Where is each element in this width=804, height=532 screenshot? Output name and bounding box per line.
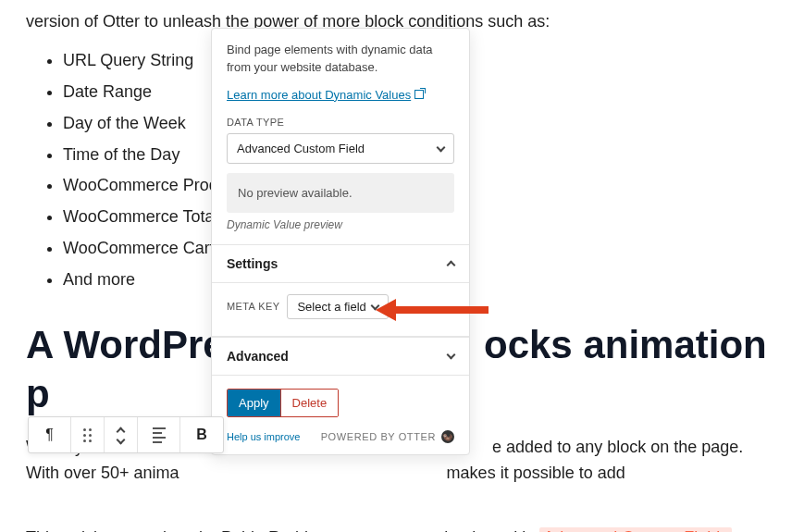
link-label: Learn more about Dynamic Values	[227, 88, 411, 102]
settings-section-toggle[interactable]: Settings	[212, 245, 469, 283]
external-link-icon	[414, 90, 424, 99]
section-title: Advanced	[227, 349, 289, 364]
section-title: Settings	[227, 256, 278, 271]
chevron-up-icon	[447, 260, 456, 269]
preview-caption: Dynamic Value preview	[227, 218, 454, 231]
move-updown-icon	[118, 426, 124, 445]
text-fragment: This article was written by Pablo Rodrig…	[26, 528, 539, 532]
advanced-section-toggle[interactable]: Advanced	[212, 337, 469, 376]
powered-text: POWERED BY OTTER	[321, 431, 436, 442]
learn-more-link[interactable]: Learn more about Dynamic Values	[227, 88, 424, 102]
data-type-label: DATA TYPE	[227, 117, 454, 128]
data-type-select[interactable]: Advanced Custom Field	[227, 133, 454, 164]
block-type-button[interactable]: ¶	[29, 417, 71, 452]
select-value: Select a field	[297, 300, 365, 314]
powered-by-label: POWERED BY OTTER 🦦	[321, 430, 454, 443]
bold-icon: B	[196, 427, 207, 443]
preview-box: No preview available.	[227, 173, 454, 213]
align-button[interactable]	[138, 417, 180, 452]
help-us-improve-link[interactable]: Help us improve	[227, 431, 300, 442]
drag-handle[interactable]	[71, 417, 105, 452]
bold-button[interactable]: B	[180, 417, 223, 452]
action-button-group: Apply Delete	[227, 389, 339, 417]
drag-icon	[83, 428, 92, 442]
block-toolbar: ¶ B	[28, 416, 224, 453]
meta-key-select[interactable]: Select a field	[287, 294, 388, 319]
align-icon	[153, 427, 166, 443]
panel-description: Bind page elements with dynamic data fro…	[227, 42, 454, 77]
chevron-down-icon	[447, 351, 456, 360]
select-value: Advanced Custom Field	[237, 142, 365, 155]
text-fragment: makes it possible to add	[447, 464, 625, 482]
dynamic-value-highlight[interactable]: Advanced Custom Fields	[539, 527, 732, 532]
otter-icon: 🦦	[441, 430, 454, 443]
meta-key-label: META KEY	[227, 301, 279, 312]
pilcrow-icon: ¶	[45, 427, 54, 443]
chevron-down-icon	[437, 142, 446, 152]
author-paragraph: This article was written by Pablo Rodrig…	[26, 526, 778, 532]
apply-button[interactable]: Apply	[228, 390, 280, 416]
move-updown-button[interactable]	[105, 417, 138, 452]
delete-button[interactable]: Delete	[280, 390, 339, 416]
chevron-down-icon	[370, 301, 379, 310]
dynamic-values-panel: Bind page elements with dynamic data fro…	[211, 28, 470, 455]
